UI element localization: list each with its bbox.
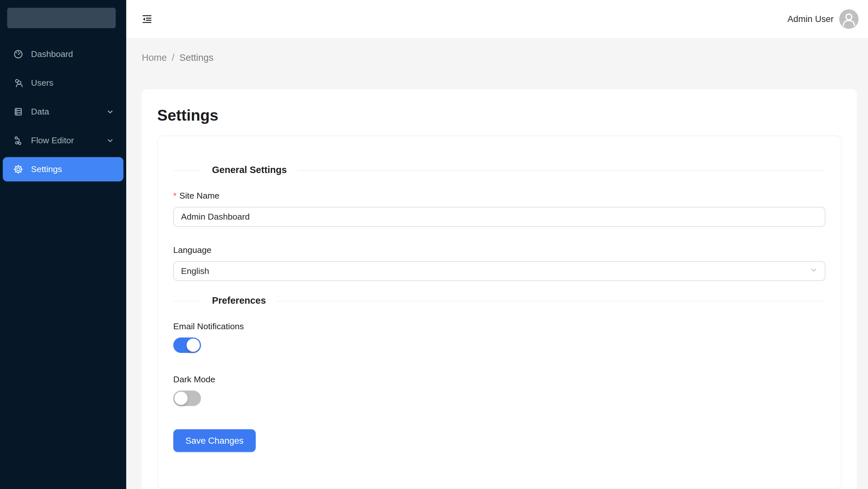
app-window: Dashboard Users — [0, 0, 868, 489]
breadcrumb-home[interactable]: Home — [142, 53, 167, 63]
section-title: Preferences — [201, 295, 277, 306]
sidebar: Dashboard Users — [0, 0, 126, 489]
chevron-down-icon — [107, 108, 114, 115]
section-divider-preferences: Preferences — [173, 294, 825, 307]
sidebar-item-flow-editor[interactable]: Flow Editor — [3, 128, 124, 153]
dark-mode-label: Dark Mode — [173, 373, 825, 386]
dashboard-icon — [13, 49, 23, 59]
section-title: General Settings — [201, 165, 298, 176]
save-button[interactable]: Save Changes — [173, 429, 256, 452]
breadcrumb-current: Settings — [179, 53, 213, 63]
user-name: Admin User — [787, 14, 834, 24]
sidebar-item-data[interactable]: Data — [3, 100, 124, 124]
sidebar-item-settings[interactable]: Settings — [3, 157, 124, 182]
sidebar-menu: Dashboard Users — [0, 42, 126, 186]
site-name-label: * Site Name — [173, 189, 825, 202]
toggle-knob — [186, 338, 200, 352]
user-menu[interactable]: Admin User — [787, 9, 859, 29]
email-notifications-toggle[interactable] — [173, 337, 201, 353]
sidebar-item-users[interactable]: Users — [3, 71, 124, 95]
main-area: Admin User Home / Settings Settings — [126, 0, 868, 489]
avatar — [839, 9, 859, 29]
database-icon — [13, 107, 23, 117]
language-select-value: English — [181, 266, 209, 276]
email-notifications-label: Email Notifications — [173, 320, 825, 333]
settings-form: General Settings * Site Name Language En… — [157, 135, 841, 489]
gear-icon — [13, 164, 23, 174]
users-icon — [13, 78, 23, 88]
sidebar-item-label: Data — [31, 107, 49, 117]
language-select[interactable]: English — [173, 261, 825, 281]
page-content: Home / Settings Settings General Setting… — [126, 39, 868, 489]
top-header: Admin User — [126, 0, 868, 39]
dark-mode-toggle[interactable] — [173, 391, 201, 406]
sidebar-item-label: Settings — [31, 164, 62, 174]
language-label: Language — [173, 243, 825, 257]
toggle-knob — [175, 392, 188, 405]
site-name-input[interactable] — [173, 207, 825, 227]
sidebar-item-dashboard[interactable]: Dashboard — [3, 42, 124, 66]
breadcrumb-separator: / — [172, 53, 175, 63]
breadcrumb: Home / Settings — [142, 52, 868, 64]
sidebar-item-label: Dashboard — [31, 49, 73, 59]
page-title: Settings — [157, 106, 841, 126]
required-mark: * — [173, 189, 176, 202]
section-divider-general: General Settings — [173, 164, 825, 177]
settings-card: Settings General Settings * Site Name La… — [142, 89, 857, 489]
chevron-down-icon — [107, 137, 114, 144]
sidebar-item-label: Users — [31, 78, 53, 88]
sidebar-item-label: Flow Editor — [31, 135, 74, 145]
flow-icon — [13, 135, 23, 145]
logo-placeholder — [7, 8, 116, 28]
menu-fold-icon[interactable] — [142, 14, 152, 24]
chevron-down-icon — [810, 266, 817, 276]
